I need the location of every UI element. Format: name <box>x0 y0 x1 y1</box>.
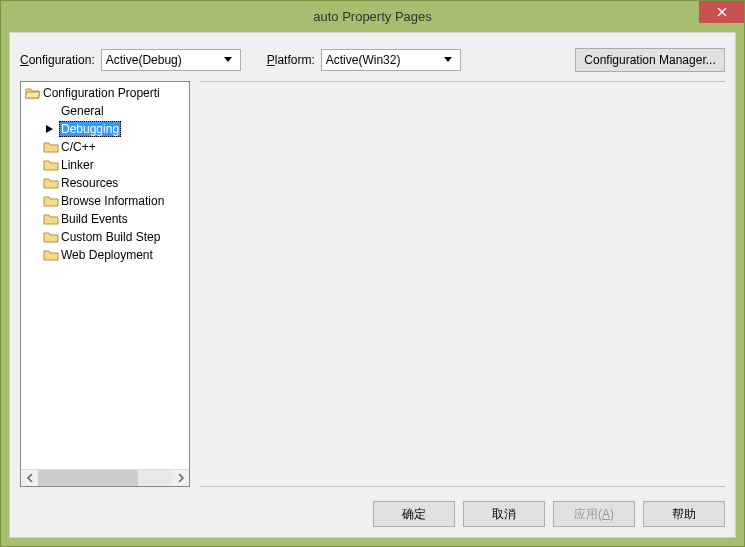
scrollbar-track[interactable] <box>38 470 172 486</box>
scrollbar-thumb[interactable] <box>38 470 138 486</box>
platform-label: Platform: <box>267 53 315 67</box>
tree-item-label: Browse Information <box>61 194 164 208</box>
scroll-right-button[interactable] <box>172 470 189 486</box>
config-row: Configuration: Active(Debug) Platform: A… <box>20 47 725 73</box>
titlebar[interactable]: auto Property Pages <box>1 1 744 31</box>
tree-item-linker[interactable]: Linker <box>21 156 189 174</box>
tree-item-resources[interactable]: Resources <box>21 174 189 192</box>
chevron-left-icon <box>27 474 33 482</box>
folder-icon <box>43 175 59 191</box>
client-area: Configuration: Active(Debug) Platform: A… <box>9 32 736 538</box>
folder-icon <box>43 193 59 209</box>
close-button[interactable] <box>699 1 744 23</box>
tree-root-label: Configuration Properti <box>43 86 160 100</box>
configuration-label: Configuration: <box>20 53 95 67</box>
cancel-button[interactable]: 取消 <box>463 501 545 527</box>
tree-horizontal-scrollbar[interactable] <box>21 469 189 486</box>
tree-item-label: C/C++ <box>61 140 96 154</box>
tree-item-browse-information[interactable]: Browse Information <box>21 192 189 210</box>
current-arrow-icon <box>43 122 57 136</box>
tree-item-general[interactable]: General <box>21 102 189 120</box>
tree-item-ccpp[interactable]: C/C++ <box>21 138 189 156</box>
tree-item-label: Build Events <box>61 212 128 226</box>
configuration-combo[interactable]: Active(Debug) <box>101 49 241 71</box>
properties-content-pane <box>200 81 725 487</box>
tree-item-label: Debugging <box>59 121 121 137</box>
tree-root-configuration-properties[interactable]: Configuration Properti <box>21 84 189 102</box>
folder-open-icon <box>25 85 41 101</box>
property-pages-window: auto Property Pages Configuration: Activ… <box>0 0 745 547</box>
dialog-button-row: 确定 取消 应用(A) 帮助 <box>373 501 725 527</box>
dropdown-arrow-icon[interactable] <box>221 50 236 70</box>
tree-item-label: Web Deployment <box>61 248 153 262</box>
tree-item-label: Linker <box>61 158 94 172</box>
window-title: auto Property Pages <box>313 9 432 24</box>
tree-item-web-deployment[interactable]: Web Deployment <box>21 246 189 264</box>
folder-icon <box>43 139 59 155</box>
scroll-left-button[interactable] <box>21 470 38 486</box>
folder-icon <box>43 229 59 245</box>
tree-item-label: General <box>61 104 104 118</box>
configuration-value: Active(Debug) <box>106 53 182 67</box>
platform-combo[interactable]: Active(Win32) <box>321 49 461 71</box>
tree-item-debugging[interactable]: Debugging <box>21 120 189 138</box>
apply-button[interactable]: 应用(A) <box>553 501 635 527</box>
configuration-manager-button[interactable]: Configuration Manager... <box>575 48 725 72</box>
ok-button[interactable]: 确定 <box>373 501 455 527</box>
help-button[interactable]: 帮助 <box>643 501 725 527</box>
tree-pane: Configuration Properti General Debugging… <box>20 81 190 487</box>
tree-item-build-events[interactable]: Build Events <box>21 210 189 228</box>
folder-icon <box>43 247 59 263</box>
close-icon <box>717 7 727 17</box>
dropdown-arrow-icon[interactable] <box>441 50 456 70</box>
tree-item-custom-build-step[interactable]: Custom Build Step <box>21 228 189 246</box>
platform-value: Active(Win32) <box>326 53 401 67</box>
tree-item-label: Custom Build Step <box>61 230 160 244</box>
nav-tree[interactable]: Configuration Properti General Debugging… <box>21 82 189 469</box>
chevron-right-icon <box>178 474 184 482</box>
folder-icon <box>43 211 59 227</box>
folder-icon <box>43 157 59 173</box>
tree-item-label: Resources <box>61 176 118 190</box>
